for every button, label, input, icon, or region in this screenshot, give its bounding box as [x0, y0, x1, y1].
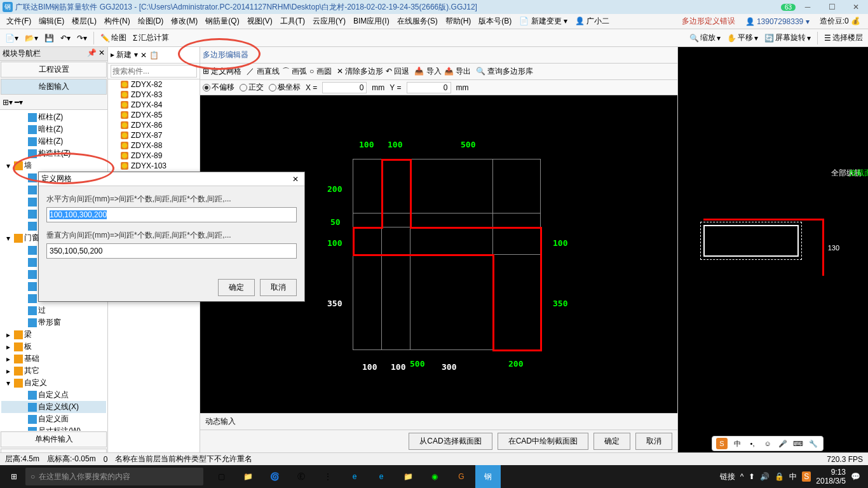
canvas-cancel-button[interactable]: 取消 — [635, 433, 672, 450]
tree-item[interactable]: 端柱(Z) — [1, 135, 106, 147]
tree-tool-icon[interactable]: ⊞▾ — [3, 98, 13, 107]
close-button[interactable]: ✕ — [846, 3, 865, 11]
link-status[interactable]: 链接 — [720, 471, 735, 482]
ime-settings-icon[interactable]: 🔧 — [808, 438, 819, 449]
tray-sogou-icon[interactable]: S — [802, 471, 811, 482]
ime-voice-icon[interactable]: 🎤 — [777, 438, 789, 449]
tree-item[interactable]: ▸基础 — [1, 353, 106, 365]
component-item[interactable]: ZDYX-103 — [108, 161, 200, 171]
copy-icon[interactable]: 📋 — [149, 51, 159, 60]
tree-item[interactable]: 框柱(Z) — [1, 111, 106, 123]
tree-item[interactable]: 自定义点 — [1, 389, 106, 401]
new-file-icon[interactable]: 📄▾ — [3, 32, 21, 44]
define-grid-button[interactable]: ⊞ 定义网格 — [203, 66, 241, 77]
draw-input-tab[interactable]: 绘图输入 — [1, 79, 107, 95]
cad-draw-button[interactable]: 在CAD中绘制截面图 — [498, 433, 588, 450]
menu-help[interactable]: 帮助(H) — [442, 16, 475, 27]
tree-tool-icon[interactable]: ━▾ — [15, 98, 23, 107]
rotate-button[interactable]: 🔄 屏幕旋转 ▾ — [762, 31, 813, 44]
component-item[interactable]: ZDYX-83 — [108, 90, 200, 100]
open-file-icon[interactable]: 📂▾ — [22, 32, 41, 44]
pan-button[interactable]: ✋ 平移 ▾ — [724, 31, 761, 44]
start-button[interactable]: ⊞ — [3, 465, 25, 488]
query-library-button[interactable]: 🔍 查询多边形库 — [476, 66, 533, 77]
menu-draw[interactable]: 绘图(D) — [134, 16, 168, 27]
menu-modify[interactable]: 修改(M) — [167, 16, 201, 27]
maximize-button[interactable]: ☐ — [822, 3, 841, 11]
import-button[interactable]: 📥 导入 — [414, 66, 441, 77]
menu-view[interactable]: 视图(V) — [243, 16, 276, 27]
tree-item[interactable]: 暗柱(Z) — [1, 123, 106, 135]
ime-punct-icon[interactable]: •, — [747, 438, 758, 449]
taskbar-app-icon[interactable]: 钢 — [475, 465, 501, 488]
menu-floor[interactable]: 楼层(L) — [68, 16, 100, 27]
ime-toolbar[interactable]: S 中 •, ☺ 🎤 ⌨ 🔧 — [712, 436, 824, 451]
tree-item[interactable]: ▾自定义 — [1, 377, 106, 389]
y-input[interactable] — [407, 82, 451, 93]
polar-radio[interactable]: 极坐标 — [269, 82, 301, 93]
vertical-spacing-input[interactable]: 350,100,50,200 — [46, 243, 297, 259]
redo-icon[interactable]: ↷▾ — [74, 32, 90, 44]
component-item[interactable]: ZDYX-87 — [108, 130, 200, 140]
notification-badge[interactable]: 63 — [781, 4, 796, 11]
new-change-button[interactable]: 📄 新建变更 ▾ — [515, 16, 571, 27]
taskbar-clock[interactable]: 9:13 2018/3/5 — [816, 468, 846, 486]
user-phone[interactable]: 👤 13907298339 ▾ — [740, 17, 815, 26]
taskbar-app-icon[interactable]: Ⓔ — [288, 465, 314, 488]
component-item[interactable]: ZDYX-85 — [108, 110, 200, 120]
ie-icon[interactable]: e — [369, 465, 394, 488]
ime-lang-icon[interactable]: 中 — [731, 438, 743, 449]
ime-emoji-icon[interactable]: ☺ — [762, 438, 773, 449]
component-item[interactable]: ZDYX-86 — [108, 120, 200, 130]
menu-online[interactable]: 在线服务(S) — [393, 16, 442, 27]
zoom-button[interactable]: 🔍 缩放 ▾ — [687, 31, 723, 44]
notification-icon[interactable]: 💬 — [851, 472, 860, 481]
tree-item[interactable]: ▸其它 — [1, 365, 106, 377]
horizontal-spacing-input[interactable]: 100,100,300,200 — [46, 207, 297, 222]
taskbar-app-icon[interactable]: 🌀 — [262, 465, 287, 488]
menu-bim[interactable]: BIM应用(I) — [349, 16, 393, 27]
taskbar-app-icon[interactable]: G — [449, 465, 474, 488]
new-component-button[interactable]: ▸ 新建 ▾ — [111, 50, 138, 60]
menu-file[interactable]: 文件(F) — [3, 16, 35, 27]
clear-polygon-button[interactable]: ✕ 清除多边形 — [337, 66, 383, 77]
delete-icon[interactable]: ✕ — [140, 51, 147, 60]
draw-line-button[interactable]: ／ 画直线 — [247, 66, 279, 77]
draw-arc-button[interactable]: ⌒ 画弧 — [282, 66, 307, 77]
tree-item[interactable]: 构造柱(Z) — [1, 147, 106, 159]
no-offset-radio[interactable]: 不偏移 — [203, 82, 234, 93]
tray-volume-icon[interactable]: 🔊 — [760, 472, 770, 481]
tree-item[interactable]: 自定义面 — [1, 413, 106, 425]
tree-item[interactable]: ▸板 — [1, 341, 106, 353]
canvas-ok-button[interactable]: 确定 — [593, 433, 630, 450]
cortana-search[interactable]: ○ 在这里输入你要搜索的内容 — [25, 468, 203, 485]
tray-icon[interactable]: ⬆ — [749, 472, 755, 481]
dialog-close-button[interactable]: ✕ — [289, 175, 302, 184]
explorer-icon[interactable]: 📁 — [395, 465, 421, 488]
credit-display[interactable]: 造价豆:0 💰 — [815, 16, 865, 27]
tree-item[interactable]: 尺寸标注(W) — [1, 425, 106, 431]
cad-select-button[interactable]: 从CAD选择截面图 — [409, 433, 492, 450]
component-item[interactable]: ZDYX-82 — [108, 79, 200, 90]
draw-button[interactable]: ✏️ 绘图 — [98, 31, 129, 44]
section-view[interactable]: 全部纵筋 按截面 130 — [677, 47, 868, 465]
pin-icon[interactable]: 📌 ✕ — [87, 48, 105, 59]
project-settings-tab[interactable]: 工程设置 — [1, 62, 107, 78]
menu-tools[interactable]: 工具(T) — [276, 16, 309, 27]
taskbar-app-icon[interactable]: ◉ — [422, 465, 447, 488]
save-icon[interactable]: 💾 — [42, 32, 57, 44]
menu-version[interactable]: 版本号(B) — [475, 16, 515, 27]
menu-cloud[interactable]: 云应用(Y) — [309, 16, 349, 27]
minimize-button[interactable]: ─ — [798, 3, 817, 11]
taskbar-app-icon[interactable]: 📁 — [235, 465, 261, 488]
tree-item[interactable]: 过 — [1, 304, 106, 316]
menu-component[interactable]: 构件(N) — [100, 16, 134, 27]
dialog-cancel-button[interactable]: 取消 — [260, 279, 297, 296]
search-input[interactable] — [111, 65, 197, 78]
tree-item[interactable]: ▾墙 — [1, 159, 106, 172]
draw-circle-button[interactable]: ○ 画圆 — [309, 66, 332, 77]
ime-keyboard-icon[interactable]: ⌨ — [792, 438, 804, 449]
tree-item[interactable]: 自定义线(X) — [1, 401, 106, 413]
task-view-icon[interactable]: ▢ — [208, 465, 234, 488]
sum-button[interactable]: Σ 汇总计算 — [130, 31, 172, 44]
